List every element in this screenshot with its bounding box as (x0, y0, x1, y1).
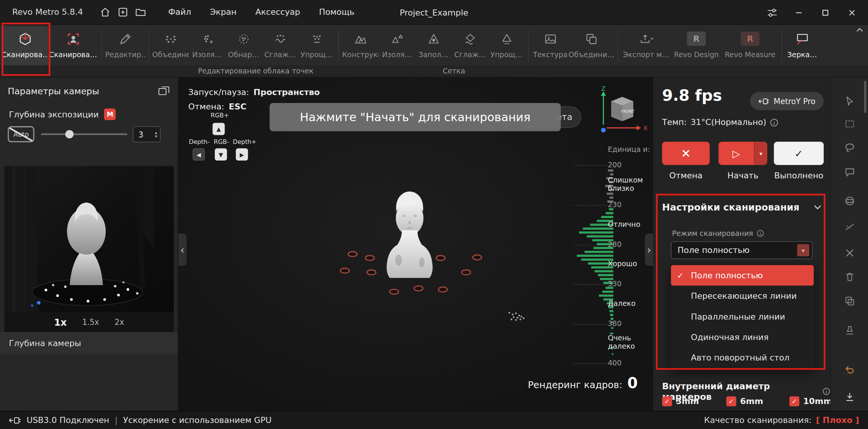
undo-icon[interactable] (843, 363, 856, 376)
depth-minus-button[interactable]: ◀ (192, 148, 205, 161)
ribbon-button-merge-mesh[interactable]: Объедини… (569, 26, 614, 66)
ribbon-button-mesh-simplify[interactable]: Упрощ… (488, 26, 525, 66)
marker-10mm-checkbox[interactable]: ✓ 10mm (790, 396, 832, 406)
ribbon-collapse-icon[interactable] (856, 27, 863, 33)
viewport-3d[interactable]: Запуск/пауза:Пространство Отмена:ESC RGB… (178, 78, 653, 411)
scan-mode-select[interactable]: Поле полностью ▾ (671, 241, 813, 259)
checkbox-checked-icon[interactable]: ✓ (790, 396, 799, 406)
exposure-stepper[interactable]: ▴▾ (155, 130, 157, 138)
ribbon-separator (338, 30, 339, 61)
home-icon[interactable] (96, 4, 114, 20)
axis-gizmo[interactable]: FRONT Z X (587, 86, 649, 139)
open-folder-icon[interactable] (131, 4, 149, 20)
window-controls (762, 0, 862, 25)
render-counter-label: Рендеринг кадров: (528, 379, 622, 390)
select-caret-icon[interactable]: ▾ (797, 244, 809, 256)
zoom-2x[interactable]: 2x (115, 318, 124, 326)
ribbon-button-scan-bust[interactable]: Сканирова… (48, 26, 98, 66)
new-project-icon[interactable] (114, 4, 132, 20)
stamp-icon[interactable] (843, 324, 856, 337)
rgb-plus-button[interactable]: ▲ (213, 123, 225, 135)
edit-tools-sidebar (830, 78, 868, 411)
menu-file[interactable]: Файл (168, 7, 191, 17)
done-scan-button[interactable]: ✓ (774, 142, 824, 165)
rect-select-icon[interactable] (843, 117, 856, 131)
manual-mode-badge[interactable]: M (104, 109, 116, 120)
scan-settings-header[interactable]: Настройки сканирования (662, 201, 821, 212)
select-tool-icon[interactable] (843, 94, 856, 108)
ribbon-button-revo-measure[interactable]: R Revo Measure (722, 26, 778, 66)
auto-exposure-toggle[interactable]: Auto (8, 126, 34, 142)
cancel-scan-button[interactable] (662, 142, 710, 165)
ribbon-button-revo-design[interactable]: R Revo Design (671, 26, 722, 66)
info-icon[interactable] (823, 387, 830, 395)
device-chip[interactable]: MetroY Pro (750, 92, 824, 110)
scrollbar-thumb[interactable] (864, 81, 866, 113)
checkbox-checked-icon[interactable]: ✓ (726, 396, 736, 406)
menu-accessory[interactable]: Аксессуар (255, 7, 300, 17)
exposure-slider[interactable] (41, 133, 127, 135)
dropdown-option-full-field[interactable]: ✓ Поле полностью (671, 265, 814, 285)
exposure-value-input[interactable]: 3 ▴▾ (133, 126, 161, 142)
deselect-icon[interactable] (843, 246, 856, 260)
depth-plus-button[interactable]: ▶ (236, 148, 248, 161)
start-dropdown-arrow[interactable]: ▾ (754, 142, 767, 165)
collapse-right-panel-tab[interactable]: › (645, 234, 653, 266)
camera-panel: Параметры камеры Глубина экспозиции M Au… (0, 78, 178, 411)
ribbon-button-mesh-isolate[interactable]: Изоля… (378, 26, 415, 66)
exposure-slider-knob[interactable] (65, 130, 74, 139)
dropdown-option-single-line[interactable]: Одиночная линия (671, 327, 814, 347)
axis-x-label: X (643, 125, 647, 132)
zoom-1x[interactable]: 1x (54, 317, 67, 328)
ribbon-button-scan[interactable]: Сканирова… (2, 26, 48, 66)
ribbon-button-mirror[interactable]: Зерка… (785, 26, 819, 66)
info-icon[interactable] (770, 118, 779, 126)
rgb-minus-button[interactable]: ▼ (215, 148, 227, 161)
ribbon-button-isolate-points[interactable]: Изоля… (189, 26, 225, 66)
dropdown-option-auto-turntable[interactable]: Авто поворотный стол (671, 347, 814, 368)
checkbox-checked-icon[interactable]: ✓ (662, 396, 672, 406)
cancel-label: Отмена (662, 170, 710, 180)
comment-icon[interactable] (843, 165, 856, 179)
marker-3mm-checkbox[interactable]: ✓ 3mm (662, 396, 699, 406)
settings-sliders-icon[interactable] (762, 3, 783, 22)
duplicate-icon[interactable] (843, 295, 856, 308)
ribbon-button-merge-points[interactable]: Объединен… (152, 26, 189, 66)
ribbon-button-simplify-points[interactable]: Упрощ… (299, 26, 335, 66)
ribbon-button-smooth-points[interactable]: Сглаж… (262, 26, 298, 66)
ribbon-button-label: Сканирова… (2, 50, 48, 59)
dropdown-option-crossing-lines[interactable]: Пересекающиеся линии (671, 285, 814, 306)
ribbon-button-mesh-construct[interactable]: Конструкц… (342, 26, 378, 66)
menu-help[interactable]: Помощь (319, 7, 354, 17)
lasso-select-icon[interactable] (843, 141, 856, 154)
ribbon-button-label: Текстура (533, 50, 568, 59)
maximize-button[interactable] (815, 3, 836, 22)
ribbon-button-detect-points[interactable]: Обнар… (225, 26, 262, 66)
ribbon-button-texture[interactable]: Текстура (532, 26, 568, 66)
stepper-down-icon[interactable]: ▾ (155, 134, 157, 138)
ribbon-toolbar: Сканирова… Сканирова… Редактир… (0, 25, 868, 78)
minimize-button[interactable] (788, 3, 810, 22)
start-scan-button[interactable]: ▷ ▾ (718, 142, 767, 165)
ribbon-button-edit[interactable]: Редактир… (105, 26, 145, 66)
dropdown-option-parallel-lines[interactable]: Параллельные линии (671, 306, 814, 326)
preview-zoom-bar: 1x 1.5x 2x (5, 312, 174, 332)
menu-screen[interactable]: Экран (210, 7, 236, 17)
ribbon-button-export[interactable]: Экспорт м… (621, 26, 671, 66)
delete-icon[interactable] (843, 270, 856, 283)
info-icon[interactable] (757, 230, 764, 237)
ribbon-button-mesh-fill[interactable]: Запол… (415, 26, 452, 66)
zoom-1-5x[interactable]: 1.5x (82, 318, 99, 326)
revo-measure-logo: R (741, 30, 760, 48)
flip-view-icon[interactable] (158, 85, 170, 96)
download-icon[interactable] (843, 390, 856, 404)
collapse-left-panel-tab[interactable]: ‹ (178, 234, 186, 266)
chevron-up-icon[interactable] (814, 204, 821, 209)
ribbon-button-label: Объединен… (152, 50, 189, 59)
ribbon-button-mesh-smooth[interactable]: Сглаж… (452, 26, 488, 66)
ribbon-separator (149, 30, 149, 61)
close-button[interactable] (841, 3, 863, 22)
sphere-select-icon[interactable] (843, 194, 856, 207)
marker-6mm-checkbox[interactable]: ✓ 6mm (726, 396, 763, 406)
plane-cut-icon[interactable] (843, 220, 856, 234)
